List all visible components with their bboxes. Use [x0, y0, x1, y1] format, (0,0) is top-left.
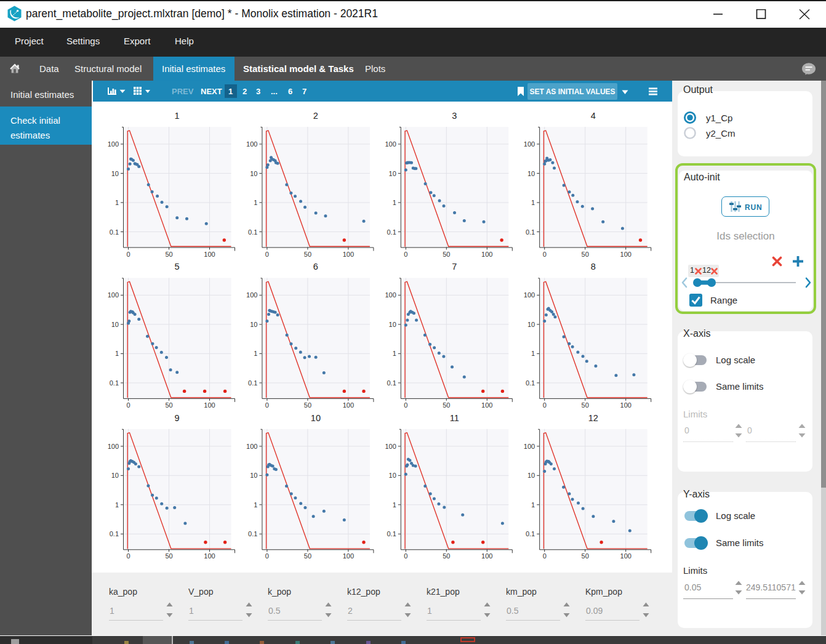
svg-text:0.1: 0.1 — [248, 530, 257, 537]
svg-text:50: 50 — [304, 251, 311, 258]
svg-text:100: 100 — [385, 140, 396, 148]
svg-text:1: 1 — [115, 350, 119, 357]
svg-text:1: 1 — [393, 199, 396, 206]
svg-text:1: 1 — [254, 199, 257, 206]
svg-text:0: 0 — [543, 552, 547, 560]
svg-text:0: 0 — [126, 401, 130, 409]
svg-text:4: 4 — [591, 111, 596, 121]
svg-text:11: 11 — [450, 413, 459, 423]
svg-text:1: 1 — [393, 350, 396, 357]
svg-text:1: 1 — [531, 350, 535, 357]
svg-text:10: 10 — [527, 472, 535, 479]
svg-text:0.1: 0.1 — [387, 228, 396, 236]
svg-text:1: 1 — [115, 501, 119, 509]
svg-text:10: 10 — [527, 170, 535, 177]
svg-text:100: 100 — [620, 251, 632, 258]
svg-text:2: 2 — [313, 111, 318, 121]
svg-text:100: 100 — [108, 291, 119, 299]
svg-text:1: 1 — [531, 501, 535, 509]
svg-text:100: 100 — [246, 443, 257, 450]
svg-text:0.1: 0.1 — [110, 379, 119, 387]
svg-text:0: 0 — [404, 552, 407, 560]
svg-text:0: 0 — [265, 401, 269, 409]
svg-text:50: 50 — [582, 552, 589, 560]
svg-text:0.1: 0.1 — [526, 228, 535, 236]
svg-text:1: 1 — [115, 199, 119, 206]
svg-text:0.1: 0.1 — [110, 530, 119, 537]
svg-text:8: 8 — [591, 262, 596, 272]
svg-text:0: 0 — [404, 251, 407, 258]
svg-text:10: 10 — [311, 413, 321, 423]
svg-text:100: 100 — [385, 291, 396, 299]
svg-text:100: 100 — [246, 140, 257, 148]
svg-text:50: 50 — [304, 401, 311, 409]
svg-text:100: 100 — [108, 140, 119, 148]
svg-text:10: 10 — [389, 170, 396, 177]
svg-text:0: 0 — [126, 251, 130, 258]
svg-text:50: 50 — [582, 401, 589, 409]
svg-text:0.1: 0.1 — [248, 228, 257, 236]
svg-text:100: 100 — [343, 251, 354, 258]
svg-text:100: 100 — [524, 443, 535, 450]
svg-text:50: 50 — [165, 401, 172, 409]
svg-text:1: 1 — [393, 501, 396, 509]
svg-text:100: 100 — [481, 401, 492, 409]
svg-text:100: 100 — [524, 291, 535, 299]
svg-text:1: 1 — [254, 501, 257, 509]
svg-text:50: 50 — [165, 251, 172, 258]
svg-text:1: 1 — [254, 350, 257, 357]
svg-text:10: 10 — [111, 472, 119, 479]
svg-text:0.1: 0.1 — [526, 530, 535, 537]
svg-text:100: 100 — [246, 291, 257, 299]
svg-text:0.1: 0.1 — [526, 379, 535, 387]
svg-text:100: 100 — [204, 251, 215, 258]
svg-text:1: 1 — [531, 199, 535, 206]
svg-text:100: 100 — [620, 401, 632, 409]
svg-text:10: 10 — [527, 321, 535, 328]
svg-text:7: 7 — [452, 262, 457, 272]
svg-text:100: 100 — [481, 251, 492, 258]
svg-text:100: 100 — [108, 443, 119, 450]
svg-text:0.1: 0.1 — [387, 530, 396, 537]
svg-text:0: 0 — [126, 552, 130, 560]
svg-text:10: 10 — [250, 170, 257, 177]
svg-text:50: 50 — [443, 552, 450, 560]
svg-text:10: 10 — [111, 170, 119, 177]
svg-text:100: 100 — [524, 140, 535, 148]
svg-text:1: 1 — [174, 111, 179, 121]
svg-text:0.1: 0.1 — [110, 228, 119, 236]
svg-text:50: 50 — [582, 251, 589, 258]
svg-text:10: 10 — [389, 321, 396, 328]
svg-text:100: 100 — [343, 401, 354, 409]
svg-text:100: 100 — [204, 401, 215, 409]
svg-text:50: 50 — [304, 552, 311, 560]
svg-text:12: 12 — [588, 413, 598, 423]
svg-text:0: 0 — [265, 552, 269, 560]
svg-text:50: 50 — [443, 251, 450, 258]
svg-text:0.1: 0.1 — [248, 379, 257, 387]
svg-text:50: 50 — [165, 552, 172, 560]
svg-text:50: 50 — [443, 401, 450, 409]
svg-text:9: 9 — [174, 413, 179, 423]
svg-text:0: 0 — [543, 401, 547, 409]
svg-text:6: 6 — [313, 262, 318, 272]
svg-text:100: 100 — [481, 552, 492, 560]
svg-text:0.1: 0.1 — [387, 379, 396, 387]
svg-text:3: 3 — [452, 111, 457, 121]
svg-text:10: 10 — [389, 472, 396, 479]
svg-text:10: 10 — [250, 321, 257, 328]
svg-text:10: 10 — [250, 472, 257, 479]
svg-text:0: 0 — [265, 251, 269, 258]
svg-text:0: 0 — [543, 251, 547, 258]
svg-text:100: 100 — [385, 443, 396, 450]
svg-text:100: 100 — [343, 552, 354, 560]
svg-text:10: 10 — [111, 321, 119, 328]
svg-text:100: 100 — [204, 552, 215, 560]
svg-text:5: 5 — [174, 262, 179, 272]
svg-text:100: 100 — [620, 552, 632, 560]
svg-text:0: 0 — [404, 401, 407, 409]
